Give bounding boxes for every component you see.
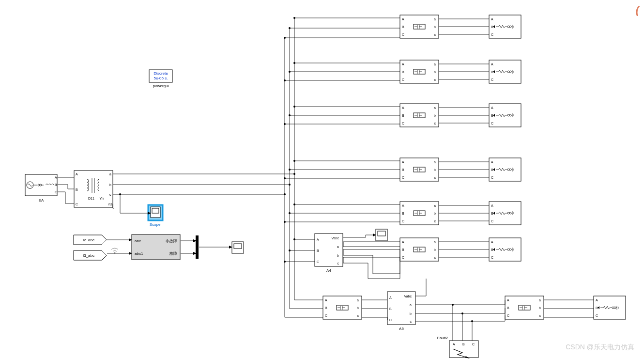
svg-rect-23 [152,208,159,213]
scope-a4[interactable] [376,229,387,241]
svg-point-57 [284,37,286,39]
svg-text:非故障: 非故障 [166,239,177,243]
fault-subsystem[interactable]: abc abc1 非故障 故障 [132,234,180,260]
simulink-canvas[interactable]: Discrete 5e-05 s. powergui A B C EA A B … [0,0,644,359]
svg-text:B: B [325,306,327,310]
line-block-3[interactable]: Aa Bb Cc [400,104,439,127]
svg-point-19 [289,184,291,186]
svg-text:D11: D11 [88,197,94,200]
svg-text:B: B [491,212,493,215]
line-block-2[interactable]: Aa Bb Cc [400,60,439,83]
svg-text:c: c [434,219,436,223]
svg-text:C: C [402,219,404,223]
svg-point-73 [284,79,286,81]
svg-text:a: a [337,245,339,249]
svg-text:A: A [402,62,404,66]
load-block-6[interactable]: ABC [489,238,521,261]
svg-text:a: a [434,62,436,66]
line-block-1[interactable]: Aa Bb Cc [400,15,439,38]
svg-text:c: c [410,320,412,323]
svg-text:A4: A4 [326,268,331,273]
svg-text:C: C [507,314,509,317]
svg-text:B: B [491,168,493,172]
svg-text:b: b [434,212,436,215]
svg-rect-40 [234,244,242,249]
line-block-7b[interactable]: Aa Bb Cc [505,296,544,319]
svg-text:B: B [507,306,509,310]
svg-text:C: C [402,33,404,36]
svg-text:C: C [491,122,493,125]
svg-rect-132 [378,231,385,236]
svg-text:C: C [491,256,493,259]
svg-text:c: c [434,256,436,259]
svg-text:C: C [491,33,493,36]
powergui-block[interactable]: Discrete 5e-05 s. powergui [149,70,172,88]
svg-point-71 [293,62,295,64]
svg-text:C: C [55,190,57,194]
svg-point-89 [284,123,286,125]
svg-text:b: b [434,248,436,251]
svg-text:A: A [491,62,493,66]
svg-text:C: C [491,176,493,179]
svg-text:C: C [317,260,319,264]
svg-point-25 [119,193,121,195]
svg-text:n2: n2 [108,203,112,206]
load-block-3[interactable]: ABC [489,104,521,127]
svg-text:A: A [402,160,404,164]
svg-text:b: b [109,183,111,187]
svg-point-121 [284,221,286,223]
load-block-7[interactable]: ABC [594,296,626,319]
scope-block[interactable]: Scope [148,205,163,227]
bus-creator[interactable] [196,235,199,259]
svg-point-120 [289,212,291,214]
source-label: EA [39,198,44,203]
load-block-4[interactable]: ABC [489,158,521,181]
svg-rect-6 [74,171,113,207]
from-i3abc[interactable]: I3_abc [74,250,107,260]
svg-text:I2_abc: I2_abc [83,238,94,242]
svg-text:b: b [434,70,436,74]
line-block-5[interactable]: Aa Bb Cc [400,202,439,225]
powergui-line1: Discrete [153,71,168,76]
svg-text:I3_abc: I3_abc [83,253,94,258]
svg-text:B: B [402,25,404,29]
scope-label: Scope [150,222,161,227]
svg-text:c: c [337,262,339,265]
svg-text:abc1: abc1 [135,251,143,256]
svg-text:A: A [325,298,327,302]
svg-text:b: b [410,312,412,315]
svg-text:A: A [491,160,493,164]
svg-text:故障: 故障 [169,251,177,256]
svg-text:Vabc: Vabc [404,295,412,298]
line-block-6[interactable]: Aa Bb Cc [400,238,439,261]
from-i2abc[interactable]: I2_abc [74,235,107,245]
powergui-label: powergui [153,84,169,88]
svg-text:A: A [596,298,598,302]
meas-a4[interactable]: Vabc Aa Bb Cc A4 [315,234,343,273]
load-block-1[interactable]: A B C [489,15,521,38]
wifi-icon [111,248,118,253]
transformer-block[interactable]: A B C a b c n2 D11 Yn [74,171,113,207]
svg-text:B: B [402,114,404,117]
meas-a5[interactable]: Vabc Aa Bb Cc A5 [387,292,415,331]
svg-text:B: B [491,248,493,251]
load-block-5[interactable]: ABC [489,202,521,225]
svg-text:A: A [55,176,57,179]
svg-text:C: C [76,203,78,206]
scope2-block[interactable] [232,242,244,253]
svg-point-20 [284,193,286,195]
line-block-7a[interactable]: Aa Bb Cc [323,296,362,319]
svg-text:C: C [402,78,404,81]
svg-text:B: B [402,212,404,215]
svg-text:A: A [76,172,78,176]
svg-text:c: c [109,193,111,196]
svg-text:a: a [434,106,436,109]
svg-text:a: a [539,298,541,302]
source-block[interactable]: A B C EA [25,174,57,203]
svg-text:C: C [402,122,404,125]
svg-text:B: B [55,183,57,187]
svg-point-149 [284,261,286,263]
load-block-2[interactable]: ABC [489,60,521,83]
line-block-4[interactable]: Aa Bb Cc [400,158,439,181]
svg-text:a: a [410,303,412,307]
